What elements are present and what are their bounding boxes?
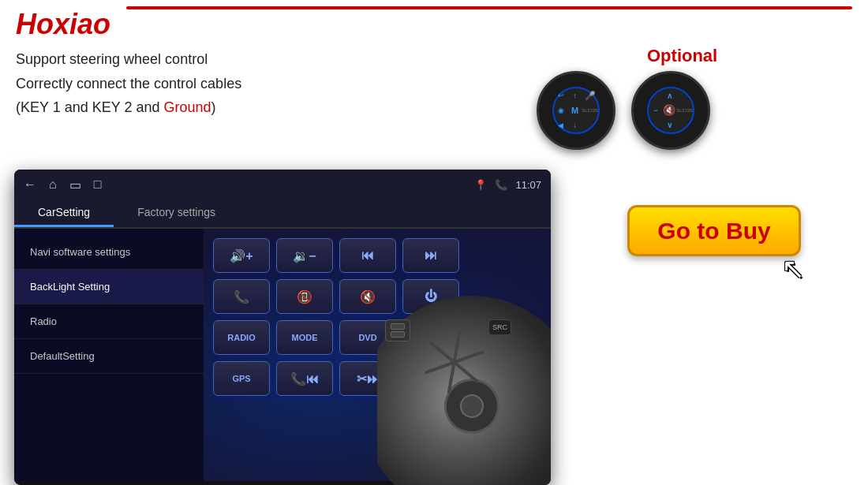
next-call-icon: ✂⏭ — [357, 371, 380, 386]
ctrl2-down: ∨ — [667, 121, 672, 129]
wheel-src-label: SRC — [488, 319, 511, 335]
go-to-buy-button[interactable]: Go to Buy — [627, 205, 801, 256]
gps-label: GPS — [232, 374, 250, 383]
wheel-button-group-left — [385, 319, 410, 341]
ctrl2-top: ∧ — [667, 91, 672, 100]
radio-button[interactable]: RADIO — [213, 320, 270, 355]
spoke-right — [429, 341, 480, 383]
menu-navi-software[interactable]: Navi software settings — [14, 235, 204, 270]
settings-left-menu: Navi software settings BackLight Setting… — [14, 229, 204, 481]
end-call-icon: 📵 — [297, 289, 312, 304]
prev-call-icon: 📞⏮ — [290, 371, 319, 386]
ctrl1-down: ↓ — [573, 121, 577, 129]
phone-icon: 📞 — [495, 179, 507, 191]
mode-button[interactable]: MODE — [276, 320, 333, 355]
ctrl1-slc: SLC/3S — [582, 108, 598, 113]
screen-topbar: ← ⌂ ▭ □ 📍 📞 11:07 — [14, 170, 551, 200]
end-call-button[interactable]: 📵 — [276, 279, 333, 314]
ctrl1-mic: 🎤 — [585, 91, 596, 101]
tab-factory-settings[interactable]: Factory settings — [114, 200, 239, 227]
mute-icon: 🔇 — [360, 289, 376, 304]
controller-right: ∧ − 🔇 SLC/3S ∨ — [631, 71, 710, 150]
src-text: SRC — [492, 323, 507, 331]
next-track-button[interactable]: ⏭ — [402, 238, 459, 273]
description-block: Support steering wheel control Correctly… — [16, 47, 241, 120]
dvd-label: DVD — [358, 333, 376, 342]
gps-button[interactable]: GPS — [213, 361, 270, 396]
ground-highlight: Ground — [163, 99, 211, 115]
ctrl1-top-left: ↩ — [558, 91, 564, 99]
tagline-2: Correctly connect the control cables — [16, 72, 241, 96]
radio-label: RADIO — [227, 333, 255, 342]
tagline-1: Support steering wheel control — [16, 47, 241, 72]
home-icon[interactable]: ⌂ — [49, 177, 57, 192]
button-row-1: 🔊+ 🔉− ⏮ ⏭ — [213, 238, 541, 273]
ctrl1-top: ↑ — [573, 91, 577, 100]
tab-carsetting[interactable]: CarSetting — [14, 200, 114, 227]
topbar-status: 📍 📞 11:07 — [474, 179, 541, 191]
ctrl2-slc: SLC/3S — [676, 108, 693, 113]
go-to-buy-label: Go to Buy — [657, 218, 770, 244]
vol-up-icon: 🔊+ — [230, 248, 253, 263]
vol-down-button[interactable]: 🔉− — [276, 238, 333, 273]
wheel-btn-1 — [391, 323, 405, 330]
back-icon[interactable]: ← — [24, 177, 36, 192]
prev-track-button[interactable]: ⏮ — [339, 238, 396, 273]
ctrl2-mute: 🔇 — [663, 104, 675, 116]
controller-left-inner: ↩ ↑ 🎤 ◉ M SLC/3S ◀ ↓ — [552, 87, 600, 134]
car-screen: ← ⌂ ▭ □ 📍 📞 11:07 CarSetting Factory set… — [14, 170, 551, 485]
ctrl2-minus: − — [653, 106, 657, 114]
recents-icon[interactable]: ▭ — [69, 177, 81, 192]
ctrl1-bottom-left: ◀ — [558, 121, 563, 129]
steering-wheel-hub — [436, 371, 507, 442]
top-line — [126, 6, 852, 9]
location-icon: 📍 — [474, 179, 487, 191]
mode-label: MODE — [292, 333, 318, 342]
steering-wheel-shape — [377, 288, 551, 485]
settings-tabs: CarSetting Factory settings — [14, 200, 551, 229]
controller-right-inner: ∧ − 🔇 SLC/3S ∨ — [647, 87, 694, 134]
steering-wheel-hub-inner — [457, 391, 487, 421]
controller-left: ↩ ↑ 🎤 ◉ M SLC/3S ◀ ↓ — [537, 71, 615, 150]
steering-wheel-area: SRC — [377, 288, 551, 485]
clock: 11:07 — [515, 179, 541, 191]
vol-up-button[interactable]: 🔊+ — [213, 238, 270, 273]
menu-radio[interactable]: Radio — [14, 304, 204, 339]
vol-down-icon: 🔉− — [293, 248, 316, 263]
next-track-icon: ⏭ — [425, 248, 437, 263]
wheel-btn-2 — [391, 331, 405, 338]
ctrl1-nav: ◉ — [558, 106, 564, 114]
menu-default-setting[interactable]: DefaultSetting — [14, 339, 204, 374]
optional-label: Optional — [647, 46, 717, 66]
tagline-3: (KEY 1 and KEY 2 and Ground) — [16, 95, 241, 120]
ctrl1-m: M — [571, 106, 578, 115]
brand-logo: Hoxiao — [16, 8, 110, 41]
controllers-section: ↩ ↑ 🎤 ◉ M SLC/3S ◀ ↓ ∧ − 🔇 SLC/3S — [537, 71, 710, 150]
prev-track-icon: ⏮ — [361, 248, 374, 263]
menu-backlight-setting[interactable]: BackLight Setting — [14, 270, 204, 304]
answer-call-button[interactable]: 📞 — [213, 279, 270, 314]
prev-call-button[interactable]: 📞⏮ — [276, 361, 333, 396]
answer-call-icon: 📞 — [234, 289, 249, 304]
window-icon[interactable]: □ — [94, 177, 102, 192]
cursor-pointer-icon: ↖ — [781, 252, 805, 285]
